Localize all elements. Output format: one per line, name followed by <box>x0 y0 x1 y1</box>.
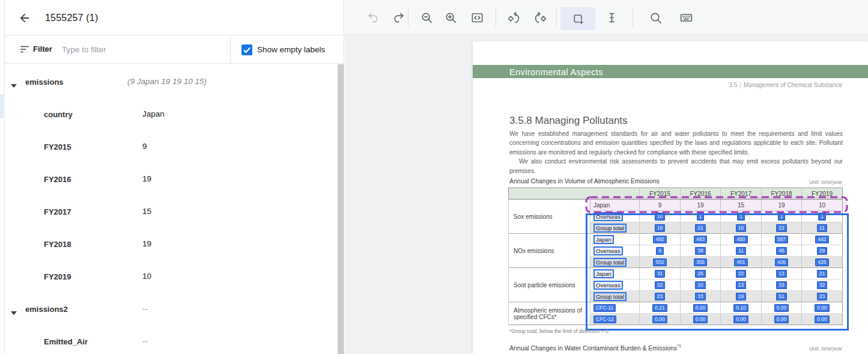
fit-view-button[interactable] <box>464 4 490 31</box>
undo-button[interactable] <box>360 4 386 31</box>
column-header: FY2018 <box>762 188 802 200</box>
paragraph-2: We also conduct environmental risk asses… <box>509 157 843 175</box>
rotate-right-button[interactable] <box>527 4 553 31</box>
cell-value-annotation[interactable]: 401 <box>734 258 747 266</box>
row-label-annotation[interactable]: Group total <box>593 224 627 233</box>
cell-value-annotation[interactable]: 23 <box>817 293 827 301</box>
list-item-Emitted_Air[interactable]: Emitted_Air-- <box>5 335 335 347</box>
row-label-annotation[interactable]: CFC-11 <box>593 304 616 312</box>
cell-value-annotation[interactable]: 22 <box>776 224 786 232</box>
cell-value-annotation[interactable]: 1 <box>818 213 826 221</box>
cell-value-annotation[interactable]: 11 <box>736 247 746 255</box>
list-item-FY2019[interactable]: FY201910 <box>5 270 335 282</box>
doc-paragraphs: We have established management standards… <box>509 129 843 175</box>
row-label-annotation[interactable]: Japan <box>593 269 614 278</box>
keyboard-shortcuts-button[interactable] <box>673 4 699 31</box>
cell-value-annotation[interactable]: 0.00 <box>815 304 830 312</box>
cell-value-annotation[interactable]: 502 <box>653 258 666 266</box>
cell-value-annotation[interactable]: 23 <box>655 293 665 301</box>
emissions-table: FY2015FY2016FY2017FY2018FY2019Sox emissi… <box>508 188 843 325</box>
label-value: 15 <box>142 207 151 216</box>
label-list: emissions(9 Japan 19 19 10 15)countryJap… <box>5 64 344 354</box>
cell-value-annotation[interactable]: 13 <box>776 270 786 278</box>
cell-value-annotation[interactable]: 51 <box>776 293 786 301</box>
list-item-FY2017[interactable]: FY201715 <box>5 206 335 218</box>
cell-value-annotation[interactable]: 19 <box>736 293 746 301</box>
cell-value-annotation[interactable]: 355 <box>694 258 707 266</box>
row-label-annotation[interactable]: Group total <box>593 292 627 301</box>
zoom-out-button[interactable] <box>413 4 440 31</box>
cell-value-annotation[interactable]: 45 <box>776 247 786 255</box>
cell-value-annotation[interactable]: 0.00 <box>733 316 748 323</box>
cell-value-annotation[interactable]: 13 <box>736 281 746 289</box>
caret-down-icon[interactable] <box>11 79 17 83</box>
show-empty-labels-checkbox[interactable] <box>241 44 252 55</box>
viewer-toolbar <box>345 0 868 35</box>
cell-value-annotation[interactable]: 32 <box>655 281 665 289</box>
row-label-annotation[interactable]: Overseas <box>593 246 623 255</box>
back-arrow-icon[interactable] <box>18 11 31 25</box>
cell-value-annotation[interactable]: 1 <box>737 213 745 221</box>
cell-value-annotation[interactable]: 9 <box>656 247 664 255</box>
row-label-annotation[interactable]: Japan <box>593 235 614 244</box>
cell-value-annotation[interactable]: 31 <box>655 270 665 278</box>
filter-icon <box>19 44 30 55</box>
list-item-FY2016[interactable]: FY201619 <box>5 173 335 185</box>
list-item-FY2018[interactable]: FY201819 <box>5 238 335 250</box>
rotate-left-button[interactable] <box>500 4 527 31</box>
cell-value-annotation[interactable]: 0.00 <box>693 316 708 323</box>
row-label-annotation[interactable]: CFC-12 <box>593 316 616 323</box>
list-item-emissions[interactable]: emissions(9 Japan 19 19 10 15) <box>5 76 335 88</box>
cell-value-annotation[interactable]: 38 <box>695 247 705 255</box>
cell-value-annotation[interactable]: 450 <box>734 236 747 243</box>
cell-value-annotation[interactable]: 33 <box>776 281 786 289</box>
list-item-FY2015[interactable]: FY20159 <box>5 141 335 153</box>
cell-value-annotation[interactable]: 25 <box>695 270 705 278</box>
cell-value-annotation[interactable]: 10 <box>655 213 665 221</box>
row-label-annotation[interactable]: Overseas <box>593 281 623 290</box>
cell-value-annotation[interactable]: 11 <box>817 224 827 232</box>
cell-value-annotation[interactable]: 21 <box>817 270 827 278</box>
cell-value-annotation[interactable]: 0.00 <box>815 316 830 323</box>
zoom-in-button[interactable] <box>437 4 464 31</box>
paragraph-1: We have established management standards… <box>509 129 843 157</box>
toolbar-divider <box>408 8 408 27</box>
label-name: FY2017 <box>44 207 71 216</box>
label-value: 19 <box>142 239 151 248</box>
cell-value-annotation[interactable]: 29 <box>817 247 827 255</box>
column-header: FY2019 <box>802 188 843 200</box>
cell-value-annotation[interactable]: 0.00 <box>652 316 667 323</box>
cell-value-annotation[interactable]: 0.00 <box>774 316 789 323</box>
list-item-country[interactable]: countryJapan <box>5 108 335 120</box>
add-bounding-box-button[interactable] <box>560 7 595 30</box>
cell-value-annotation[interactable]: 21 <box>695 224 705 232</box>
search-button[interactable] <box>642 4 669 31</box>
cell-value-annotation[interactable]: 0.10 <box>733 304 748 312</box>
cell-value-annotation[interactable]: 22 <box>736 270 746 278</box>
cell-value-annotation[interactable]: 442 <box>815 236 828 243</box>
cell-value-annotation[interactable]: 426 <box>775 258 788 266</box>
select-text-button[interactable] <box>598 4 625 31</box>
panel-scrollbar[interactable] <box>338 64 344 354</box>
cell-value-annotation[interactable]: 0.00 <box>774 304 789 312</box>
cell-value-annotation[interactable]: 10 <box>695 281 705 289</box>
list-item-emissions2[interactable]: emissions2-- <box>5 303 335 315</box>
doc-heading: 3.5.8 Managing Pollutants <box>509 115 628 127</box>
caret-down-icon[interactable] <box>11 307 17 310</box>
row-label-annotation[interactable]: Group total <box>593 258 627 267</box>
cell-value-annotation[interactable]: 32 <box>817 281 827 289</box>
cell-value-annotation[interactable]: 33 <box>695 293 705 301</box>
label-name: FY2015 <box>44 142 71 151</box>
filter-input[interactable] <box>58 42 220 56</box>
cell-value-annotation[interactable]: 1 <box>778 213 786 221</box>
cell-value-annotation[interactable]: 492 <box>653 236 666 243</box>
cell-value-annotation[interactable]: 587 <box>775 236 788 243</box>
cell-value-annotation[interactable]: 463 <box>694 236 707 243</box>
cell-value-annotation[interactable]: 425 <box>815 258 828 266</box>
cell-value-annotation[interactable]: 0.00 <box>693 304 708 312</box>
cell-value-annotation[interactable]: 16 <box>736 224 746 232</box>
row-label-annotation[interactable]: Overseas <box>593 212 623 221</box>
cell-value-annotation[interactable]: 1 <box>697 213 705 221</box>
cell-value-annotation[interactable]: 0.21 <box>652 304 667 312</box>
cell-value-annotation[interactable]: 19 <box>655 224 665 232</box>
